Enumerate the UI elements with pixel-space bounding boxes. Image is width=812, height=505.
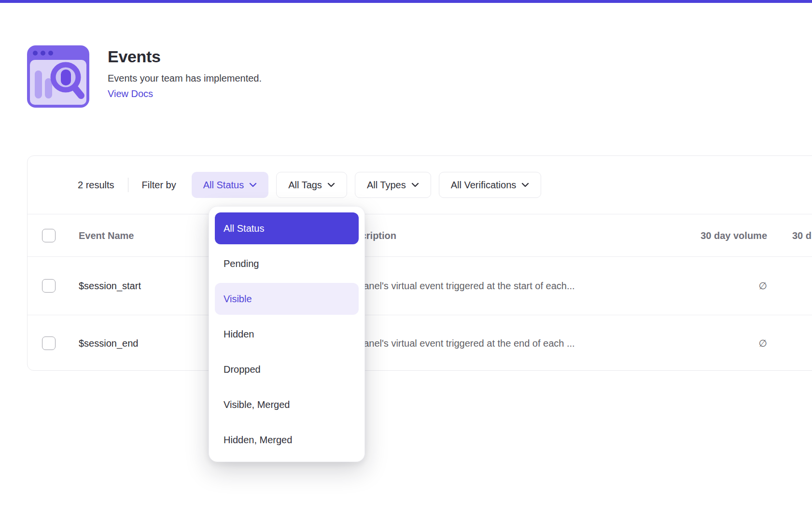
events-page-icon — [27, 45, 89, 108]
table-header-row: Event Name Description 30 day volume 30 … — [28, 214, 812, 257]
dropdown-item-visible[interactable]: Visible — [215, 283, 359, 315]
chevron-down-icon — [521, 182, 529, 187]
event-30-day-volume: ∅ — [663, 337, 767, 349]
column-header-30-day-volume[interactable]: 30 day volume — [663, 230, 767, 241]
status-dropdown-menu: All Status Pending Visible Hidden Droppe… — [209, 206, 365, 462]
dropdown-item-hidden[interactable]: Hidden — [215, 318, 359, 350]
event-30-day-volume: ∅ — [663, 280, 767, 292]
table-row[interactable]: $session_start Mixpanel's virtual event … — [28, 257, 812, 315]
dropdown-item-visible-merged[interactable]: Visible, Merged — [215, 389, 359, 421]
filter-bar: 2 results Filter by All Status All Tags … — [28, 156, 812, 214]
status-filter-button[interactable]: All Status — [192, 172, 268, 198]
page-header: Events Events your team has implemented.… — [27, 45, 262, 108]
filter-by-label: Filter by — [142, 180, 176, 191]
select-all-checkbox[interactable] — [42, 229, 56, 242]
event-description: Mixpanel's virtual event triggered at th… — [343, 337, 575, 349]
verifications-filter-button[interactable]: All Verifications — [439, 172, 542, 198]
filter-divider — [128, 178, 128, 192]
dropdown-item-all-status[interactable]: All Status — [215, 212, 359, 244]
event-description: Mixpanel's virtual event triggered at th… — [343, 281, 575, 292]
table-row[interactable]: $session_end Mixpanel's virtual event tr… — [28, 315, 812, 371]
tags-filter-label: All Tags — [288, 180, 322, 191]
event-name: $session_start — [79, 281, 141, 292]
events-card: 2 results Filter by All Status All Tags … — [27, 155, 812, 371]
column-header-clipped[interactable]: 30 d — [792, 230, 812, 241]
page-title: Events — [108, 47, 262, 66]
types-filter-button[interactable]: All Types — [355, 172, 431, 198]
event-name: $session_end — [79, 337, 138, 349]
chevron-down-icon — [249, 182, 257, 187]
row-checkbox[interactable] — [42, 279, 56, 293]
page-subtitle: Events your team has implemented. — [108, 73, 262, 84]
status-filter-label: All Status — [203, 180, 244, 191]
chevron-down-icon — [411, 182, 419, 187]
row-checkbox[interactable] — [42, 337, 56, 350]
tags-filter-button[interactable]: All Tags — [276, 172, 347, 198]
column-header-event-name[interactable]: Event Name — [79, 230, 134, 241]
chevron-down-icon — [327, 182, 335, 187]
top-accent-bar — [0, 0, 812, 3]
dropdown-item-hidden-merged[interactable]: Hidden, Merged — [215, 424, 359, 456]
results-count: 2 results — [78, 180, 114, 191]
verifications-filter-label: All Verifications — [451, 180, 517, 191]
types-filter-label: All Types — [367, 180, 406, 191]
dropdown-item-pending[interactable]: Pending — [215, 248, 359, 280]
view-docs-link[interactable]: View Docs — [108, 88, 262, 99]
dropdown-item-dropped[interactable]: Dropped — [215, 353, 359, 385]
